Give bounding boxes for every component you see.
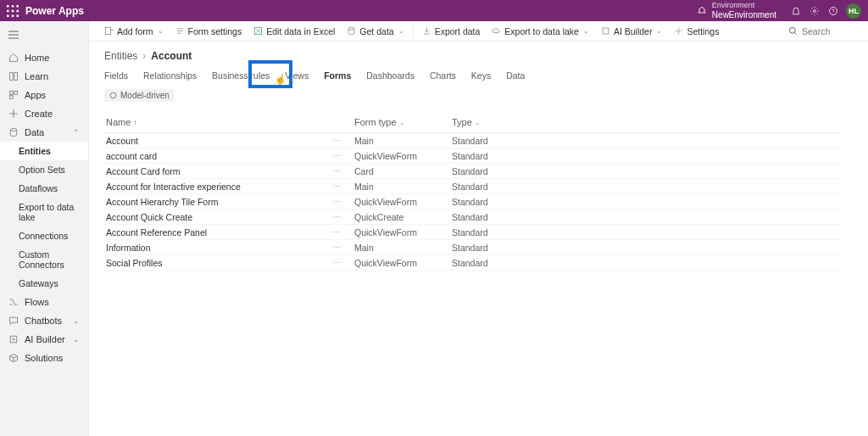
cmd-export-lake[interactable]: Export to data lake⌄ [487,21,594,41]
gear-icon [810,6,820,16]
row-more-button[interactable]: ⋯ [333,167,354,176]
svg-rect-11 [10,92,14,95]
cmd-add-form[interactable]: Add form⌄ [99,21,169,41]
table-body: Account⋯MainStandardaccount card⋯QuickVi… [104,133,840,271]
cell-name[interactable]: Account [104,136,333,146]
nav-custom-connectors[interactable]: Custom Connectors [0,245,88,274]
nav-label: Chatbots [25,316,62,326]
cmd-export-data[interactable]: Export data [417,21,486,41]
nav-gateways[interactable]: Gateways [0,274,88,293]
tab-views[interactable]: Views [285,69,309,82]
help-button[interactable] [824,2,843,20]
cell-form-type: Card [354,166,452,176]
cell-name[interactable]: Account Reference Panel [104,227,333,238]
table-row[interactable]: Social Profiles⋯QuickViewFormStandard [104,255,840,271]
table-row[interactable]: account card⋯QuickViewFormStandard [104,148,840,164]
tab-data[interactable]: Data [506,69,525,82]
model-driven-badge[interactable]: Model-driven [104,89,175,102]
search-input[interactable] [802,26,853,36]
col-form-type[interactable]: Form type⌄ [354,117,452,127]
table-row[interactable]: Account Hierarchy Tile Form⋯QuickViewFor… [104,194,840,210]
tab-dashboards[interactable]: Dashboards [366,69,415,82]
table-row[interactable]: Information⋯MainStandard [104,240,840,255]
tab-charts[interactable]: Charts [430,69,456,82]
cell-name[interactable]: Account Quick Create [104,212,333,222]
nav-option-sets[interactable]: Option Sets [0,160,88,179]
nav-connections[interactable]: Connections [0,226,88,245]
form-settings-icon [175,26,185,36]
nav-label: Option Sets [19,165,65,175]
nav-label: AI Builder [25,334,65,344]
nav-export-lake[interactable]: Export to data lake [0,198,88,226]
cell-name[interactable]: account card [104,151,333,161]
table-row[interactable]: Account for Interactive experience⋯MainS… [104,179,840,194]
svg-rect-7 [12,14,14,17]
cell-name[interactable]: Account Card form [104,166,333,176]
environment-picker[interactable]: Environment NewEnvironment [697,2,776,20]
row-more-button[interactable]: ⋯ [333,182,354,191]
cmd-form-settings[interactable]: Form settings [170,21,248,41]
tab-business-rules[interactable]: Business rules [212,69,270,82]
nav-flows[interactable]: Flows [0,293,88,311]
cmd-label: Get data [359,26,393,36]
row-more-button[interactable]: ⋯ [333,152,354,160]
nav-create[interactable]: Create [0,104,88,123]
tab-forms[interactable]: Forms [324,69,351,82]
cmd-edit-excel[interactable]: Edit data in Excel [248,21,340,41]
nav-home[interactable]: Home [0,48,88,67]
chevron-down-icon: ⌄ [73,335,80,344]
cell-name[interactable]: Information [104,243,333,253]
nav-solutions[interactable]: Solutions [0,349,88,367]
breadcrumb-current: Account [151,50,192,62]
table-row[interactable]: Account Reference Panel⋯QuickViewFormSta… [104,225,840,240]
col-type[interactable]: Type⌄ [452,117,587,127]
nav-entities[interactable]: Entities [0,142,88,160]
cmd-ai-builder[interactable]: AI Builder⌄ [596,21,668,41]
tab-relationships[interactable]: Relationships [143,69,197,82]
cell-name[interactable]: Social Profiles [104,258,333,268]
cell-name[interactable]: Account Hierarchy Tile Form [104,197,333,207]
cmd-settings[interactable]: Settings [669,21,724,41]
command-bar: Add form⌄ Form settings Edit data in Exc… [89,21,868,42]
cell-type: Standard [452,258,587,268]
table-row[interactable]: Account Quick Create⋯QuickCreateStandard [104,210,840,225]
row-more-button[interactable]: ⋯ [333,259,354,267]
package-icon [8,353,19,363]
waffle-icon[interactable] [7,5,19,17]
cmd-get-data[interactable]: Get data⌄ [342,21,409,41]
breadcrumb-root[interactable]: Entities [104,50,137,62]
tab-fields[interactable]: Fields [104,69,128,82]
sidebar-toggle[interactable] [0,26,88,48]
nav-ai-builder[interactable]: AI Builder⌄ [0,330,88,349]
nav-label: Gateways [19,278,58,288]
entity-tabs: Fields Relationships Business rules View… [104,69,853,82]
nav-apps[interactable]: Apps [0,86,88,104]
tab-keys[interactable]: Keys [471,69,491,82]
nav-chatbots[interactable]: Chatbots⌄ [0,311,88,330]
svg-rect-2 [17,5,19,8]
breadcrumb-separator: › [142,50,146,62]
nav-data[interactable]: Data⌃ [0,123,88,142]
row-more-button[interactable]: ⋯ [333,228,354,237]
col-name[interactable]: Name↑ [104,117,354,127]
cell-type: Standard [452,136,587,146]
svg-rect-6 [7,14,9,17]
settings-button[interactable] [805,2,824,20]
row-more-button[interactable]: ⋯ [333,198,354,206]
nav-label: Home [25,53,49,63]
user-avatar[interactable]: HL [846,3,861,19]
row-more-button[interactable]: ⋯ [333,137,354,145]
table-row[interactable]: Account⋯MainStandard [104,133,840,148]
nav-dataflows[interactable]: Dataflows [0,179,88,198]
search-box[interactable] [788,26,858,36]
add-form-icon [104,26,114,36]
nav-label: Flows [25,297,49,307]
row-more-button[interactable]: ⋯ [333,213,354,221]
table-row[interactable]: Account Card form⋯CardStandard [104,164,840,179]
row-more-button[interactable]: ⋯ [333,243,354,252]
cell-name[interactable]: Account for Interactive experience [104,182,333,192]
svg-rect-0 [7,5,9,8]
ai-icon [601,26,610,36]
nav-learn[interactable]: Learn [0,67,88,86]
notifications-button[interactable] [787,2,805,20]
